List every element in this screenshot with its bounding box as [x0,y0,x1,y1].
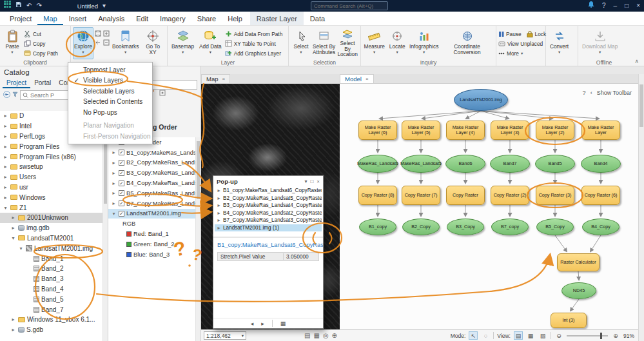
model-tool-node[interactable]: Copy Raster (2) [491,186,529,205]
locate-button[interactable]: Locate ▾ [387,27,407,59]
layer-item-b1-copy[interactable]: ▸✓B1_copy:MakeRas_Landsa... [108,148,195,158]
nd45-node[interactable]: ND45 [561,282,596,299]
map-frame-icon[interactable]: ▦ [313,332,319,339]
menu-item-first-person-navigation[interactable]: First-Person Navigation [68,131,152,142]
basemap-button[interactable]: Basemap ▾ [170,27,196,59]
convert-button[interactable]: Convert ▾ [548,27,571,59]
expander-icon[interactable]: ▸ [3,113,8,119]
popup-item[interactable]: ▸B3_Copy:MakeRas_Landsat4_CopyRaster (1) [215,202,322,209]
explore-button[interactable]: Explore ▾ [73,27,93,59]
close-tab-icon[interactable]: × [366,76,369,82]
catalog-item-z1[interactable]: ▾Z1 [0,202,102,213]
cut-button[interactable]: Cut [24,30,58,38]
copy-path-button[interactable]: Copy Path [24,49,58,57]
menu-item-planar-navigation[interactable]: Planar Navigation [68,121,152,132]
expander-icon[interactable]: ▸ [3,174,8,180]
expander-icon[interactable]: ▸ [10,225,16,231]
model-tool-node[interactable]: Copy Raster [446,186,485,205]
tab-data[interactable]: Data [304,12,331,25]
expander-icon[interactable]: ▸ [10,215,16,220]
model-output-node[interactable]: B5_Copy [536,219,574,235]
catalog-item-2001unknwon[interactable]: ▸2001Unknwon [0,213,102,223]
catalog-item-band-1[interactable]: Band_1 [0,253,102,264]
popup-back-icon[interactable]: ◂ [251,320,254,327]
zoom-slider-thumb[interactable] [600,333,602,339]
zoom-out-icon[interactable]: ⊖ [554,331,563,340]
lock-button[interactable]: Lock [527,30,547,38]
contents-scrollbar[interactable] [195,137,200,341]
view-diagram-icon[interactable]: ▤ [514,331,523,340]
save-icon[interactable] [15,0,22,12]
raster-calculator-node[interactable]: Raster Calculator [557,253,600,271]
expander-icon[interactable]: ▸ [3,144,8,150]
expander-icon[interactable]: ▾ [111,211,117,217]
model-tool-node[interactable]: Copy Raster (7) [402,186,440,205]
catalog-item-landsattm2001[interactable]: ▾LandsatTM2001 [0,233,102,244]
command-search[interactable] [311,1,388,10]
model-data-node[interactable]: Band4 [581,155,621,173]
model-tool-node[interactable]: Make Raster Layer (4) [446,121,485,140]
app-icon[interactable] [4,0,11,12]
model-output-node[interactable]: B7_copy [491,219,529,235]
model-output-node[interactable]: B3_Copy [447,219,484,235]
catalog-item-band-5[interactable]: Band_5 [0,294,102,304]
undo-icon[interactable]: ↶ [26,0,32,12]
popup-item[interactable]: ▸B2_Copy:MakeRas_Landsat5_CopyRaster (1) [215,195,322,202]
popup-item-selected[interactable]: ▸LandsatTM2001.img (1) [215,224,322,232]
model-output-node[interactable]: B4_Copy [582,219,620,235]
model-tool-node[interactable]: Make Raster Layer [581,121,620,140]
go-to-xy-button[interactable]: Go To XY [141,27,165,59]
expander-icon[interactable]: ▸ [10,317,16,322]
catalog-item-s-gdb[interactable]: ▸S.gdb [0,325,102,335]
zoom-extent-icon[interactable]: ⊕ [332,332,337,339]
vertical-scrollbar[interactable] [638,74,644,341]
title-dropdown-icon[interactable]: ▾ [102,0,106,12]
mode-select-icon[interactable]: ↖ [469,331,478,340]
model-tool-node[interactable]: Make Raster Layer (3) [491,121,529,140]
pause-button[interactable]: Pause [498,30,522,38]
select-by-attributes-button[interactable]: Select By Attributes [313,27,335,59]
collapse-ribbon-icon[interactable]: ∧ [634,58,639,64]
catalog-scrollbar[interactable] [102,111,108,341]
coordinate-conversion-button[interactable]: Coordinate Conversion [440,27,494,59]
filter-icon[interactable] [12,92,18,99]
menu-item-selectable-layers[interactable]: Selectable Layers [68,86,152,97]
expander-icon[interactable]: ▸ [3,184,8,190]
catalog-item-band-2[interactable]: Band_2 [0,264,102,274]
map-scale-select[interactable]: 1:218,462▾ [204,331,246,340]
view-grid-icon[interactable]: ▦ [526,331,535,340]
model-output-node[interactable]: B2_Copy [402,219,440,235]
visibility-checkbox[interactable]: ✓ [119,170,124,176]
expander-icon[interactable]: ▸ [3,195,8,200]
model-output-node[interactable]: B1_copy [359,219,396,235]
catalog-item-windows[interactable]: ▸Windows [0,192,102,202]
target-icon[interactable]: ◎ [323,332,329,339]
visibility-checkbox[interactable]: ✓ [119,180,124,186]
model-view-tab[interactable]: Model× [340,74,374,83]
tab-analysis[interactable]: Analysis [92,12,130,25]
full-extent-icon[interactable] [95,30,102,38]
model-tool-node[interactable]: Make Raster Layer (2) [536,121,574,140]
model-tool-node[interactable]: Copy Raster (8) [358,186,397,205]
mode-lasso-icon[interactable]: ◌ [481,331,490,340]
visibility-checkbox[interactable]: ✓ [119,160,124,166]
layout-grid-icon[interactable]: ▤ [304,332,310,339]
bookmarks-button[interactable]: Bookmarks ▾ [112,27,139,59]
tab-help[interactable]: Help [222,12,248,25]
expander-icon[interactable]: ▾ [10,235,16,241]
model-data-node[interactable]: Band7 [490,155,530,173]
model-data-node[interactable]: MakeRas_Landsat6 [358,155,398,173]
catalog-item-landsattm2001-img[interactable]: ▾LandsatTM2001.img [0,243,102,253]
expander-icon[interactable]: ▸ [3,164,8,170]
tab-edit[interactable]: Edit [130,12,154,25]
layer-item-b2-copy[interactable]: ▸✓B2_Copy:MakeRas_Lands... [108,158,195,168]
model-data-node[interactable]: Band5 [535,155,575,173]
close-icon[interactable]: × [636,0,640,12]
catalog-item-users[interactable]: ▸Users [0,172,102,182]
expander-icon[interactable]: ▸ [111,180,117,186]
expander-icon[interactable]: ▸ [3,123,8,129]
catalog-tab-project[interactable]: Project [3,79,30,88]
select-by-location-button[interactable]: Select By Location [337,27,358,59]
popup-close-icon[interactable]: × [317,179,320,184]
zoom-in-icon[interactable]: ⊕ [611,331,620,340]
